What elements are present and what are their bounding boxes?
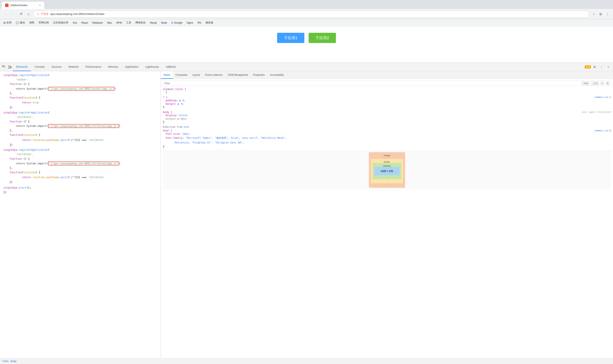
element-style-selector: element.style {: [163, 88, 611, 91]
content-dimensions: 1425 × 231: [380, 170, 393, 173]
styles-panel: Styles Computed Layout Event Listeners D…: [161, 71, 613, 358]
browser-tab[interactable]: ! children2/index ×: [2, 2, 44, 9]
close-devtools-button[interactable]: ×: [605, 64, 611, 70]
code-line: return System.import('//spa.caoyuanpeng.…: [0, 87, 160, 91]
reload-button[interactable]: ↺: [18, 11, 24, 17]
right-panel-tabs: Styles Computed Layout Event Listeners D…: [161, 71, 613, 79]
right-tab-computed[interactable]: Computed: [173, 71, 190, 79]
code-line: singleSpa.registerApplication(: [0, 73, 160, 78]
tab-adblock[interactable]: AdBlock: [162, 63, 179, 71]
more-styles-button[interactable]: ≡: [606, 81, 609, 85]
menu-button[interactable]: ⋮: [604, 11, 611, 17]
breadcrumb-html[interactable]: html: [2, 360, 9, 363]
address-bar[interactable]: ⚠ 不安全 spa.caoyuanpeng.com:9001/children2…: [33, 11, 589, 18]
bookmark-tools[interactable]: 工具: [125, 20, 132, 25]
app-button-1[interactable]: 子应用1: [277, 33, 304, 43]
display-value: block;: [179, 114, 188, 117]
code-line: }): [0, 190, 160, 195]
tab-lighthouse[interactable]: Lighthouse: [142, 63, 162, 71]
bookmark-react[interactable]: React: [80, 21, 89, 25]
url-text: spa.caoyuanpeng.com:9001/children2/index: [50, 12, 104, 15]
extensions-button[interactable]: ⊞: [598, 11, 604, 17]
tab-close-icon[interactable]: ×: [39, 4, 41, 7]
tab-title: children2/index: [10, 4, 38, 7]
tab-sources[interactable]: Sources: [48, 63, 65, 71]
devtools-toolbar-right: ⚠ 3 ⚙ ⋮ ×: [585, 64, 612, 70]
device-toggle-button[interactable]: [7, 64, 13, 70]
devtools-tabs: Elements Console Sources Network Perform…: [13, 63, 585, 71]
font-size-property: font-size: 14px;: [163, 132, 611, 136]
code-line: return location.pathname.split('/')[1] =…: [0, 175, 160, 180]
element-style-rule: element.style { }: [162, 88, 611, 94]
tab-memory[interactable]: Memory: [105, 63, 122, 71]
hov-filter-button[interactable]: :hov: [582, 81, 590, 85]
bookmark-weiqianduan[interactable]: 微前端: [205, 20, 214, 25]
inspect-element-button[interactable]: [1, 64, 7, 70]
forward-button[interactable]: ›: [10, 11, 16, 17]
google-icon: G: [171, 21, 173, 24]
bookmark-star-button[interactable]: ☆: [591, 11, 597, 17]
devtools-panel: Elements Console Sources Network Perform…: [0, 63, 613, 364]
filter-controls: :hov .cls + ≡: [582, 81, 609, 85]
margin-value: ▶ 0;: [178, 102, 184, 105]
bookmark-haixi[interactable]: 海西: [28, 20, 35, 25]
bookmark-wechat[interactable]: 💬 微信: [15, 20, 26, 25]
bookmark-vue[interactable]: Vue: [72, 21, 78, 25]
bookmark-label: Mysql: [150, 21, 157, 24]
back-button[interactable]: ‹: [2, 11, 9, 17]
margin-box: margin - border padding: [369, 152, 405, 188]
bookmark-nginx[interactable]: Nginx: [186, 21, 194, 25]
bookmark-google[interactable]: G Google: [170, 21, 183, 25]
warning-badge: ⚠ 3: [585, 65, 591, 68]
bookmark-label: 海西: [29, 21, 34, 25]
tab-application[interactable]: Application: [122, 63, 142, 71]
bookmark-guanwang[interactable]: 官网文档: [38, 20, 50, 25]
main-area: 子应用1 子应用2 Elements: [0, 26, 613, 364]
right-tab-dom-breakpoints[interactable]: DOM Breakpoints: [225, 71, 251, 79]
cls-filter-button[interactable]: .cls: [591, 81, 599, 85]
svg-rect-0: [2, 65, 4, 67]
right-tab-styles[interactable]: Styles: [161, 71, 173, 79]
more-options-button[interactable]: ⋮: [599, 64, 604, 70]
app-buttons: 子应用1 子应用2: [277, 33, 336, 43]
bookmark-mac[interactable]: Mac: [106, 21, 113, 25]
body-rule-close: }: [163, 120, 611, 123]
filter-input[interactable]: [164, 82, 582, 85]
right-tab-layout[interactable]: Layout: [190, 71, 202, 79]
app-button-2[interactable]: 子应用2: [309, 33, 336, 43]
font-size-name: font-size: [165, 132, 179, 135]
box-model-area: margin - border padding: [162, 150, 611, 189]
bookmark-npm[interactable]: NPM: [115, 21, 123, 25]
tab-performance[interactable]: Performance: [82, 63, 105, 71]
tab-network[interactable]: Network: [65, 63, 82, 71]
universal-source[interactable]: common.css:1: [594, 96, 611, 99]
right-tab-event-listeners[interactable]: Event Listeners: [202, 71, 225, 79]
tab-console[interactable]: Console: [31, 63, 48, 71]
bookmark-beijing[interactable]: 北京前端分享: [52, 20, 69, 25]
box-model-diagram: margin - border padding: [369, 152, 405, 188]
add-style-button[interactable]: +: [601, 81, 604, 85]
svg-rect-3: [9, 66, 10, 68]
bookmark-label: RN: [198, 21, 201, 24]
settings-button[interactable]: ⚙: [592, 64, 598, 70]
code-line: singleSpa.registerApplication(: [0, 110, 160, 115]
right-tab-accessibility[interactable]: Accessibility: [267, 71, 286, 79]
bookmark-network[interactable]: 网络协议: [135, 20, 147, 25]
right-tab-properties[interactable]: Properties: [251, 71, 267, 79]
bookmark-label: 官网文档: [39, 21, 49, 25]
bookmark-apps[interactable]: ⊞ 应用: [2, 20, 12, 25]
inherited-tag-link[interactable]: html: [184, 126, 189, 128]
body-source: user agent stylesheet: [582, 111, 611, 114]
bookmark-node[interactable]: Node: [160, 21, 168, 25]
html-source[interactable]: common.css:6: [594, 129, 611, 132]
bookmark-label: Nginx: [187, 21, 193, 24]
bookmark-mysql[interactable]: Mysql: [149, 21, 157, 25]
bookmark-label: Node: [161, 21, 167, 24]
bookmark-label: Google: [174, 21, 183, 24]
breadcrumb-body[interactable]: body: [11, 360, 17, 363]
bookmark-rn[interactable]: RN: [197, 21, 202, 25]
home-button[interactable]: ⌂: [26, 11, 31, 17]
tab-elements[interactable]: Elements: [13, 63, 31, 71]
bookmark-webpack[interactable]: Webpack: [91, 21, 104, 25]
code-line: },: [0, 91, 160, 96]
